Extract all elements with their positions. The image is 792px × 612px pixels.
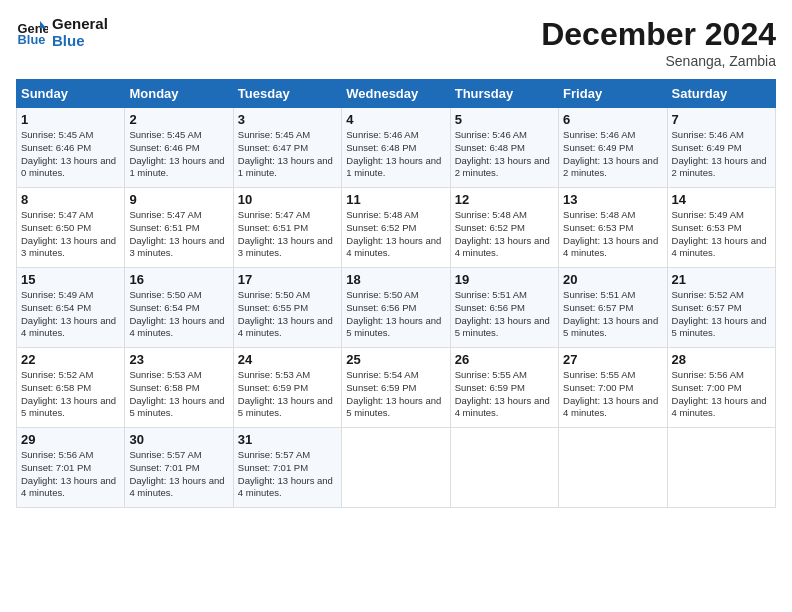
day-info: Sunrise: 5:45 AMSunset: 6:46 PMDaylight:…: [21, 129, 116, 178]
day-cell-26: 26Sunrise: 5:55 AMSunset: 6:59 PMDayligh…: [450, 348, 558, 428]
day-info: Sunrise: 5:51 AMSunset: 6:57 PMDaylight:…: [563, 289, 658, 338]
header-wednesday: Wednesday: [342, 80, 450, 108]
header-sunday: Sunday: [17, 80, 125, 108]
svg-text:Blue: Blue: [18, 32, 46, 47]
day-info: Sunrise: 5:50 AMSunset: 6:54 PMDaylight:…: [129, 289, 224, 338]
location: Senanga, Zambia: [541, 53, 776, 69]
empty-cell: [559, 428, 667, 508]
day-info: Sunrise: 5:45 AMSunset: 6:47 PMDaylight:…: [238, 129, 333, 178]
day-cell-12: 12Sunrise: 5:48 AMSunset: 6:52 PMDayligh…: [450, 188, 558, 268]
day-number: 10: [238, 192, 337, 207]
day-cell-7: 7Sunrise: 5:46 AMSunset: 6:49 PMDaylight…: [667, 108, 775, 188]
day-number: 9: [129, 192, 228, 207]
day-number: 8: [21, 192, 120, 207]
day-cell-24: 24Sunrise: 5:53 AMSunset: 6:59 PMDayligh…: [233, 348, 341, 428]
day-cell-15: 15Sunrise: 5:49 AMSunset: 6:54 PMDayligh…: [17, 268, 125, 348]
day-number: 16: [129, 272, 228, 287]
day-cell-23: 23Sunrise: 5:53 AMSunset: 6:58 PMDayligh…: [125, 348, 233, 428]
day-info: Sunrise: 5:55 AMSunset: 6:59 PMDaylight:…: [455, 369, 550, 418]
day-number: 28: [672, 352, 771, 367]
day-number: 31: [238, 432, 337, 447]
header-saturday: Saturday: [667, 80, 775, 108]
day-number: 18: [346, 272, 445, 287]
day-number: 1: [21, 112, 120, 127]
day-info: Sunrise: 5:51 AMSunset: 6:56 PMDaylight:…: [455, 289, 550, 338]
day-cell-27: 27Sunrise: 5:55 AMSunset: 7:00 PMDayligh…: [559, 348, 667, 428]
day-cell-10: 10Sunrise: 5:47 AMSunset: 6:51 PMDayligh…: [233, 188, 341, 268]
day-number: 11: [346, 192, 445, 207]
day-info: Sunrise: 5:53 AMSunset: 6:58 PMDaylight:…: [129, 369, 224, 418]
day-number: 22: [21, 352, 120, 367]
day-number: 26: [455, 352, 554, 367]
day-cell-2: 2Sunrise: 5:45 AMSunset: 6:46 PMDaylight…: [125, 108, 233, 188]
day-cell-28: 28Sunrise: 5:56 AMSunset: 7:00 PMDayligh…: [667, 348, 775, 428]
day-cell-14: 14Sunrise: 5:49 AMSunset: 6:53 PMDayligh…: [667, 188, 775, 268]
day-info: Sunrise: 5:48 AMSunset: 6:52 PMDaylight:…: [455, 209, 550, 258]
day-info: Sunrise: 5:54 AMSunset: 6:59 PMDaylight:…: [346, 369, 441, 418]
calendar-week-2: 8Sunrise: 5:47 AMSunset: 6:50 PMDaylight…: [17, 188, 776, 268]
header-tuesday: Tuesday: [233, 80, 341, 108]
day-cell-21: 21Sunrise: 5:52 AMSunset: 6:57 PMDayligh…: [667, 268, 775, 348]
day-cell-13: 13Sunrise: 5:48 AMSunset: 6:53 PMDayligh…: [559, 188, 667, 268]
day-cell-18: 18Sunrise: 5:50 AMSunset: 6:56 PMDayligh…: [342, 268, 450, 348]
calendar-week-1: 1Sunrise: 5:45 AMSunset: 6:46 PMDaylight…: [17, 108, 776, 188]
day-cell-20: 20Sunrise: 5:51 AMSunset: 6:57 PMDayligh…: [559, 268, 667, 348]
day-number: 3: [238, 112, 337, 127]
logo-icon: General Blue: [16, 17, 48, 49]
day-cell-31: 31Sunrise: 5:57 AMSunset: 7:01 PMDayligh…: [233, 428, 341, 508]
day-info: Sunrise: 5:47 AMSunset: 6:50 PMDaylight:…: [21, 209, 116, 258]
calendar-week-3: 15Sunrise: 5:49 AMSunset: 6:54 PMDayligh…: [17, 268, 776, 348]
day-number: 24: [238, 352, 337, 367]
day-info: Sunrise: 5:48 AMSunset: 6:53 PMDaylight:…: [563, 209, 658, 258]
day-cell-25: 25Sunrise: 5:54 AMSunset: 6:59 PMDayligh…: [342, 348, 450, 428]
day-cell-5: 5Sunrise: 5:46 AMSunset: 6:48 PMDaylight…: [450, 108, 558, 188]
day-number: 25: [346, 352, 445, 367]
logo: General Blue General Blue: [16, 16, 108, 49]
day-number: 20: [563, 272, 662, 287]
title-block: December 2024 Senanga, Zambia: [541, 16, 776, 69]
day-info: Sunrise: 5:57 AMSunset: 7:01 PMDaylight:…: [238, 449, 333, 498]
day-cell-3: 3Sunrise: 5:45 AMSunset: 6:47 PMDaylight…: [233, 108, 341, 188]
day-info: Sunrise: 5:47 AMSunset: 6:51 PMDaylight:…: [129, 209, 224, 258]
day-number: 15: [21, 272, 120, 287]
day-info: Sunrise: 5:56 AMSunset: 7:01 PMDaylight:…: [21, 449, 116, 498]
calendar-table: SundayMondayTuesdayWednesdayThursdayFrid…: [16, 79, 776, 508]
empty-cell: [450, 428, 558, 508]
day-number: 23: [129, 352, 228, 367]
day-info: Sunrise: 5:56 AMSunset: 7:00 PMDaylight:…: [672, 369, 767, 418]
day-info: Sunrise: 5:49 AMSunset: 6:53 PMDaylight:…: [672, 209, 767, 258]
days-header-row: SundayMondayTuesdayWednesdayThursdayFrid…: [17, 80, 776, 108]
day-number: 7: [672, 112, 771, 127]
calendar-week-4: 22Sunrise: 5:52 AMSunset: 6:58 PMDayligh…: [17, 348, 776, 428]
day-number: 5: [455, 112, 554, 127]
day-number: 21: [672, 272, 771, 287]
empty-cell: [342, 428, 450, 508]
day-cell-17: 17Sunrise: 5:50 AMSunset: 6:55 PMDayligh…: [233, 268, 341, 348]
day-info: Sunrise: 5:46 AMSunset: 6:48 PMDaylight:…: [455, 129, 550, 178]
day-info: Sunrise: 5:46 AMSunset: 6:49 PMDaylight:…: [672, 129, 767, 178]
day-number: 29: [21, 432, 120, 447]
page-header: General Blue General Blue December 2024 …: [16, 16, 776, 69]
day-number: 6: [563, 112, 662, 127]
day-number: 27: [563, 352, 662, 367]
day-number: 17: [238, 272, 337, 287]
day-number: 12: [455, 192, 554, 207]
day-number: 4: [346, 112, 445, 127]
day-cell-30: 30Sunrise: 5:57 AMSunset: 7:01 PMDayligh…: [125, 428, 233, 508]
day-info: Sunrise: 5:53 AMSunset: 6:59 PMDaylight:…: [238, 369, 333, 418]
day-number: 2: [129, 112, 228, 127]
day-cell-19: 19Sunrise: 5:51 AMSunset: 6:56 PMDayligh…: [450, 268, 558, 348]
header-monday: Monday: [125, 80, 233, 108]
day-cell-1: 1Sunrise: 5:45 AMSunset: 6:46 PMDaylight…: [17, 108, 125, 188]
day-cell-6: 6Sunrise: 5:46 AMSunset: 6:49 PMDaylight…: [559, 108, 667, 188]
day-cell-29: 29Sunrise: 5:56 AMSunset: 7:01 PMDayligh…: [17, 428, 125, 508]
day-number: 14: [672, 192, 771, 207]
day-info: Sunrise: 5:50 AMSunset: 6:56 PMDaylight:…: [346, 289, 441, 338]
day-cell-4: 4Sunrise: 5:46 AMSunset: 6:48 PMDaylight…: [342, 108, 450, 188]
day-number: 13: [563, 192, 662, 207]
day-info: Sunrise: 5:47 AMSunset: 6:51 PMDaylight:…: [238, 209, 333, 258]
day-info: Sunrise: 5:52 AMSunset: 6:58 PMDaylight:…: [21, 369, 116, 418]
header-friday: Friday: [559, 80, 667, 108]
day-info: Sunrise: 5:55 AMSunset: 7:00 PMDaylight:…: [563, 369, 658, 418]
day-cell-8: 8Sunrise: 5:47 AMSunset: 6:50 PMDaylight…: [17, 188, 125, 268]
